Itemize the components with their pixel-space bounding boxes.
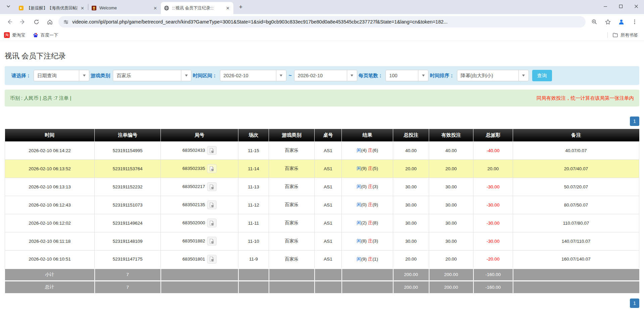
tab-search-button[interactable]: [3, 1, 14, 13]
cell-result: 闲(2) 庄(8): [342, 214, 393, 232]
reload-button[interactable]: [31, 16, 42, 28]
cell-bet-id: 523191148109: [95, 232, 161, 250]
cell-game: 百家乐: [269, 141, 315, 160]
back-button[interactable]: [4, 16, 15, 28]
caret-down-icon: [518, 70, 528, 81]
url-bar[interactable]: videoie.com/ipl/portal.php/game/betrecor…: [58, 16, 586, 28]
browser-window: 【新提醒】【海燕优质回帖奖励 ✕ Welcome ✕ :::视讯 会员下注纪录:…: [0, 0, 644, 41]
cell-result: 闲(9) 庄(1): [342, 250, 393, 268]
cell-bet-id: 523191154995: [95, 141, 161, 160]
per-page-select[interactable]: 100: [385, 70, 428, 81]
cell-total-bet: 30.00: [393, 214, 429, 232]
close-icon[interactable]: ✕: [80, 5, 85, 11]
cell-valid-bet: 40.00: [429, 141, 473, 160]
cell-result: 闲(4) 庄(6): [342, 141, 393, 160]
subtotal-payout: -160.00: [473, 268, 513, 281]
cell-result: 闲(0) 庄(9): [342, 196, 393, 214]
currency-summary: 币别 : 人民币 | 总共 :7 注单 |: [10, 95, 71, 101]
cell-session: 11-12: [238, 196, 269, 214]
cell-note: 40.07/0.07: [513, 141, 639, 160]
cell-total-bet: 20.00: [393, 160, 429, 178]
cell-round-id: 683502000: [161, 214, 238, 232]
bet-records-table: 时间 注单编号 局号 场次 游戏类别 桌号 结果 总投注 有效投注 总派彩 备注…: [5, 129, 639, 293]
bookmark-label: 爱淘宝: [12, 32, 25, 38]
per-page-label: 每页笔数：: [359, 73, 383, 79]
cell-valid-bet: 20.00: [429, 250, 473, 268]
total-count: 7: [95, 281, 161, 293]
cell-time: 2026-02-10 06:14:22: [5, 141, 95, 160]
home-button[interactable]: [44, 16, 55, 28]
cell-table-no: AS1: [315, 178, 342, 196]
browser-toolbar: videoie.com/ipl/portal.php/game/betrecor…: [0, 14, 644, 30]
subtotal-row: 小计 7 200.00 200.00 -160.00: [5, 268, 639, 281]
cell-note: 80.07/50.07: [513, 196, 639, 214]
per-page-value: 100: [386, 70, 418, 81]
bookmark-star-icon[interactable]: [602, 16, 613, 28]
zoom-icon[interactable]: [589, 16, 600, 28]
cell-valid-bet: 20.00: [429, 160, 473, 178]
notice-text: 同局有效投注，统一计算在该局第一张注单内: [537, 95, 634, 101]
profile-avatar[interactable]: [615, 16, 627, 28]
search-button[interactable]: 查询: [532, 70, 552, 81]
col-total-bet: 总投注: [393, 129, 429, 141]
cell-round-id: 683502217: [161, 178, 238, 196]
page-1-button[interactable]: 1: [630, 117, 639, 126]
close-icon[interactable]: ✕: [152, 5, 158, 11]
url-text: videoie.com/ipl/portal.php/game/betrecor…: [72, 19, 448, 25]
tab-title: :::视讯 会员下注纪录:::: [172, 5, 223, 11]
globe-icon: [164, 5, 169, 11]
close-icon[interactable]: ✕: [225, 5, 231, 11]
total-payout: -160.00: [473, 281, 513, 293]
video-replay-icon[interactable]: [207, 200, 217, 209]
new-tab-button[interactable]: +: [236, 2, 245, 12]
table-row: 2026-02-10 06:12:02 523191149624 6835020…: [5, 214, 639, 232]
menu-dots-icon[interactable]: [629, 16, 640, 28]
page-title: 视讯 会员下注纪录: [5, 51, 639, 61]
table-row: 2026-02-10 06:13:13 523191152232 6835022…: [5, 178, 639, 196]
bookmark-aitaobao[interactable]: 淘 爱淘宝: [4, 32, 25, 38]
summary-bar: 币别 : 人民币 | 总共 :7 注单 | 同局有效投注，统一计算在该局第一张注…: [5, 90, 639, 106]
cell-payout: -40.00: [473, 141, 513, 160]
video-replay-icon[interactable]: [207, 182, 217, 191]
forward-button[interactable]: [17, 16, 29, 28]
cell-round-id: 683502335: [161, 160, 238, 178]
query-type-select[interactable]: 日期查询: [34, 70, 89, 81]
col-result: 结果: [342, 129, 393, 141]
maximize-button[interactable]: [613, 0, 629, 13]
minimize-button[interactable]: [598, 0, 613, 13]
tab-forum[interactable]: 【新提醒】【海燕优质回帖奖励 ✕: [15, 2, 88, 14]
all-bookmarks-button[interactable]: 所有书签: [612, 32, 638, 38]
game-type-select[interactable]: 百家乐: [113, 70, 191, 81]
cell-valid-bet: 30.00: [429, 214, 473, 232]
video-replay-icon[interactable]: [207, 237, 217, 245]
video-replay-icon[interactable]: [207, 219, 217, 227]
tab-betrecord-active[interactable]: :::视讯 会员下注纪录::: ✕: [161, 2, 233, 14]
video-replay-icon[interactable]: [207, 146, 217, 155]
site-info-icon[interactable]: [63, 19, 69, 25]
page-1-button[interactable]: 1: [630, 299, 639, 308]
video-replay-icon[interactable]: [207, 255, 217, 264]
bookmark-baidu[interactable]: 百度一下: [33, 32, 58, 38]
tab-welcome[interactable]: Welcome ✕: [88, 2, 161, 14]
caret-down-icon: [347, 70, 357, 81]
date-to-select[interactable]: 2026-02-10: [294, 70, 357, 81]
cell-game: 百家乐: [269, 196, 315, 214]
subtotal-label: 小计: [5, 268, 95, 281]
cell-payout: -20.00: [473, 250, 513, 268]
col-time: 时间: [5, 129, 95, 141]
cell-table-no: AS1: [315, 160, 342, 178]
cell-game: 百家乐: [269, 232, 315, 250]
cell-payout: -30.00: [473, 214, 513, 232]
sort-select[interactable]: 降幂(由大到小): [457, 70, 529, 81]
video-replay-icon[interactable]: [207, 164, 217, 173]
pagination-top: 1: [5, 117, 639, 126]
cell-time: 2026-02-10 06:11:18: [5, 232, 95, 250]
cell-session: 11-9: [238, 250, 269, 268]
pagination-bottom: 1: [5, 299, 639, 308]
close-window-button[interactable]: [629, 0, 644, 13]
toolbar-right: [588, 16, 641, 28]
date-from-select[interactable]: 2026-02-10: [220, 70, 286, 81]
table-footer: 小计 7 200.00 200.00 -160.00 总计 7 200.00 2…: [5, 268, 639, 293]
cell-bet-id: 523191151073: [95, 196, 161, 214]
cell-result: 闲(8) 庄(3): [342, 232, 393, 250]
